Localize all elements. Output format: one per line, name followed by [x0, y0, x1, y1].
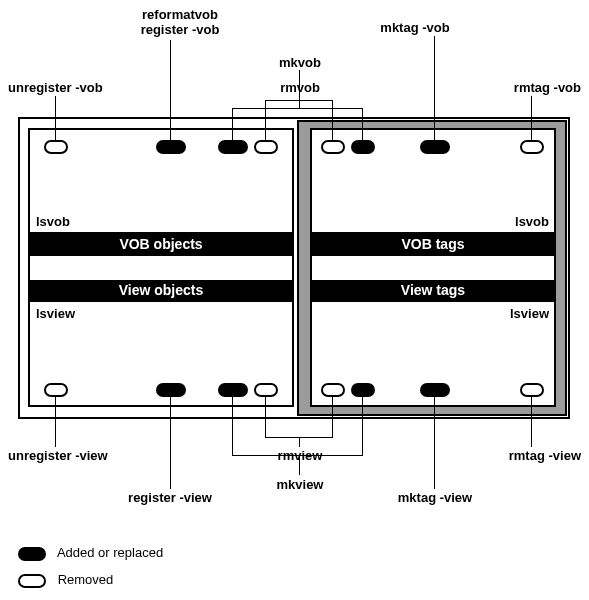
diagram-canvas: unregister -vob reformatvob register -vo… — [0, 0, 589, 600]
label-register-vob: register -vob — [141, 22, 220, 37]
pill-unregister-view — [44, 383, 68, 397]
label-reformatvob: reformatvob — [142, 7, 218, 22]
pill-rmview-left — [254, 383, 278, 397]
pill-mkvob-left — [218, 140, 248, 154]
pill-mktag-vob — [420, 140, 450, 154]
banner-vob-tags: VOB tags — [310, 234, 556, 256]
label-reformatvob-register-vob: reformatvob register -vob — [120, 7, 240, 37]
legend-added: Added or replaced — [18, 545, 163, 561]
label-unregister-vob: unregister -vob — [8, 80, 103, 95]
line — [299, 437, 300, 447]
pill-icon — [18, 574, 46, 588]
banner-view-objects: View objects — [28, 280, 294, 302]
pill-mkview-right — [351, 383, 375, 397]
line — [55, 96, 56, 140]
label-lsvob-left: lsvob — [36, 214, 70, 229]
label-rmview: rmview — [270, 448, 330, 463]
line — [299, 94, 300, 100]
pill-rmvob-left — [254, 140, 278, 154]
line — [232, 108, 233, 140]
line — [434, 397, 435, 489]
line — [434, 36, 435, 140]
label-register-view: register -view — [120, 490, 220, 505]
label-rmtag-vob: rmtag -vob — [514, 80, 581, 95]
pill-rmtag-vob — [520, 140, 544, 154]
line — [170, 397, 171, 489]
line — [170, 40, 171, 140]
line — [362, 108, 363, 140]
label-mkvob: mkvob — [270, 55, 330, 70]
pill-rmvob-right — [321, 140, 345, 154]
label-lsview-left: lsview — [36, 306, 75, 321]
line — [332, 397, 333, 437]
line — [531, 397, 532, 447]
pill-rmview-right — [321, 383, 345, 397]
label-rmtag-view: rmtag -view — [509, 448, 581, 463]
label-lsview-right: lsview — [510, 306, 549, 321]
legend-removed-text: Removed — [58, 572, 114, 587]
banner-view-tags: View tags — [310, 280, 556, 302]
line — [332, 100, 333, 140]
pill-unregister-vob — [44, 140, 68, 154]
label-unregister-view: unregister -view — [8, 448, 108, 463]
line — [299, 70, 300, 108]
line — [265, 100, 266, 140]
pill-rmtag-view — [520, 383, 544, 397]
legend-added-text: Added or replaced — [57, 545, 163, 560]
line — [265, 100, 333, 101]
pill-mkvob-right — [351, 140, 375, 154]
label-mktag-vob: mktag -vob — [370, 20, 460, 35]
line — [265, 397, 266, 437]
line — [531, 96, 532, 140]
pill-mkview-left — [218, 383, 248, 397]
pill-icon — [18, 547, 46, 561]
line — [232, 397, 233, 455]
label-mktag-view: mktag -view — [390, 490, 480, 505]
line — [55, 397, 56, 447]
label-lsvob-right: lsvob — [515, 214, 549, 229]
banner-vob-objects: VOB objects — [28, 234, 294, 256]
legend-removed: Removed — [18, 572, 113, 588]
pill-mktag-view — [420, 383, 450, 397]
label-mkview: mkview — [270, 477, 330, 492]
pill-reformatvob-register-vob — [156, 140, 186, 154]
line — [362, 397, 363, 455]
pill-register-view — [156, 383, 186, 397]
label-rmvob: rmvob — [270, 80, 330, 95]
line — [232, 108, 363, 109]
